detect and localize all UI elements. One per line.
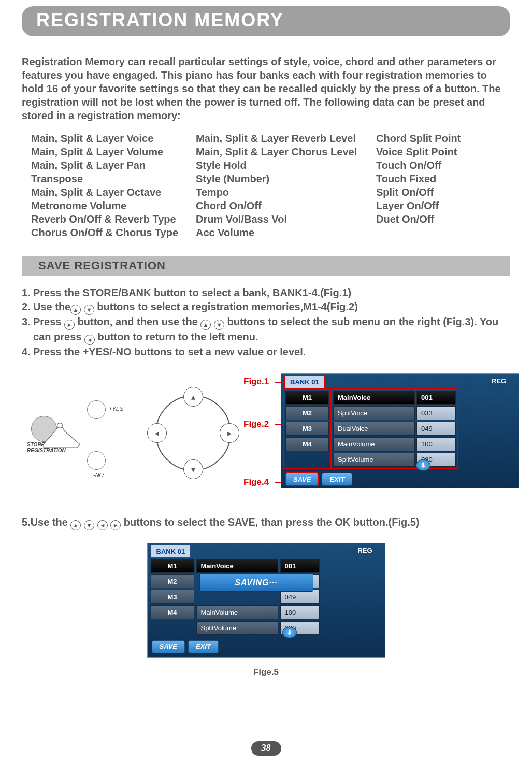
left-icon: ◂ <box>97 520 108 530</box>
memory-column: M1 M2 M3 M4 <box>284 389 330 468</box>
step-4: Press the +YES/-NO buttons to set a new … <box>33 345 510 359</box>
fig1-label: Fige.1 <box>243 377 269 387</box>
exit-button: EXIT <box>188 640 219 653</box>
reg-label: REG <box>357 543 384 558</box>
param-row: SplitVolume <box>333 453 415 467</box>
down-icon: ▾ <box>84 520 94 530</box>
value-row: 033 <box>416 406 456 420</box>
value-row: 001 <box>416 391 456 405</box>
screen-fig5: BANK 01 REG M1 M2 M3 M4 MainVoice SplitV… <box>147 543 385 658</box>
down-icon: ▾ <box>214 320 224 330</box>
illustration-row: STORE/BANK REGISTRATION +YES -NO ▴ ▾ ◂ ▸… <box>22 373 510 493</box>
param-col-2: Main, Split & Layer Reverb Level Main, S… <box>196 132 367 239</box>
saving-overlay: SAVING··· <box>199 573 313 592</box>
fig5-caption: Fige.5 <box>22 667 510 677</box>
param-row: SplitVoice <box>333 406 415 420</box>
no-button <box>87 451 106 470</box>
mem-m4: M4 <box>151 605 194 619</box>
right-icon: ▸ <box>64 320 75 330</box>
up-icon: ▴ <box>70 520 81 530</box>
value-column: 001 033 049 100 080 <box>416 391 456 467</box>
mem-m2: M2 <box>285 406 329 420</box>
param-row: MainVoice <box>196 559 278 573</box>
value-row: 049 <box>416 422 456 436</box>
value-row: 100 <box>416 437 456 451</box>
step-5: 5.Use the ▴ ▾ ◂ ▸ buttons to select the … <box>22 516 510 530</box>
up-icon: ▴ <box>200 320 211 330</box>
memory-column: M1 M2 M3 M4 <box>151 559 194 635</box>
down-icon: ▾ <box>84 305 94 315</box>
param-col-3: Chord Split Point Voice Split Point Touc… <box>376 132 490 239</box>
steps-list: 1.Press the STORE/BANK button to select … <box>22 286 510 359</box>
param-row: SplitVolume <box>196 621 278 635</box>
screen-fig1: BANK 01 REG M1 M2 M3 M4 MainVoice SplitV… <box>281 373 519 488</box>
mem-m4: M4 <box>285 437 329 451</box>
mem-m2: M2 <box>151 574 194 588</box>
up-icon: ▴ <box>70 305 81 315</box>
parameter-columns: Main, Split & Layer Voice Main, Split & … <box>31 132 510 239</box>
param-column: MainVoice SplitVoice DualVoice MainVolum… <box>333 391 415 467</box>
value-row: 001 <box>280 559 320 573</box>
section-header: SAVE REGISTRATION <box>22 256 510 276</box>
scroll-down-icon: ⬇ <box>416 459 430 471</box>
step-2: Use the▴ ▾ buttons to select a registrat… <box>33 300 510 315</box>
page-number: 38 <box>251 741 281 756</box>
dpad-illustration: ▴ ▾ ◂ ▸ <box>149 389 237 477</box>
mem-m3: M3 <box>285 422 329 436</box>
value-row: 049 <box>280 590 320 604</box>
step-1: Press the STORE/BANK button to select a … <box>33 286 510 300</box>
value-row: 100 <box>280 605 320 619</box>
dpad-down-icon: ▾ <box>183 459 203 479</box>
param-row: MainVolume <box>333 437 415 451</box>
save-button: SAVE <box>152 640 185 653</box>
reg-label: REG <box>492 374 519 388</box>
param-col-1: Main, Split & Layer Voice Main, Split & … <box>31 132 186 239</box>
scroll-down-icon: ⬇ <box>282 627 297 638</box>
hand-icon <box>39 414 82 449</box>
yes-label: +YES <box>109 406 123 412</box>
mem-m3: M3 <box>151 590 194 604</box>
no-label: -NO <box>93 472 104 478</box>
dpad-right-icon: ▸ <box>220 423 239 443</box>
left-icon: ◂ <box>84 335 95 345</box>
param-row: DualVoice <box>333 422 415 436</box>
fig4-label: Fige.4 <box>243 477 269 487</box>
param-column: MainVoice SplitVoice DualVoice MainVolum… <box>196 559 278 635</box>
exit-button: EXIT <box>322 473 352 486</box>
button-illustration: STORE/BANK REGISTRATION +YES -NO <box>30 389 134 477</box>
intro-text: Registration Memory can recall particula… <box>22 55 510 122</box>
bank-tab: BANK 01 <box>284 376 325 388</box>
value-column: 001 033 049 100 080 <box>280 559 320 635</box>
param-row: MainVoice <box>333 391 415 405</box>
bank-tab: BANK 01 <box>151 545 191 558</box>
mem-m1: M1 <box>151 559 194 573</box>
svg-point-0 <box>57 423 62 428</box>
yes-button <box>87 400 106 419</box>
fig2-label: Fige.2 <box>243 419 269 429</box>
save-button: SAVE <box>285 473 319 486</box>
page-title: REGISTRATION MEMORY <box>22 6 510 36</box>
right-icon: ▸ <box>110 520 121 530</box>
param-row: MainVolume <box>196 605 278 619</box>
mem-m1: M1 <box>285 391 329 405</box>
step-3: Press ▸ button, and then use the ▴ ▾ but… <box>33 315 510 345</box>
